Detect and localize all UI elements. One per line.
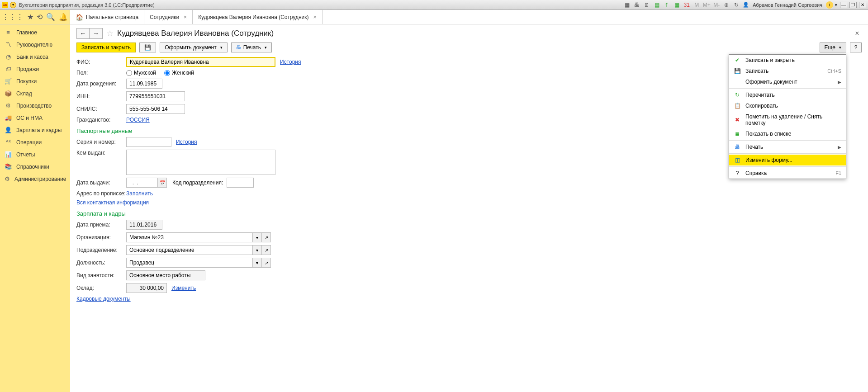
minimize-button[interactable]: — (840, 2, 847, 8)
favorite-icon[interactable]: ★ (27, 13, 33, 21)
calendar-icon[interactable]: ▦ (673, 1, 680, 9)
date-icon[interactable]: 31 (683, 1, 690, 9)
sidebar-label: Операции (16, 139, 42, 146)
select-button[interactable]: ▾ (253, 258, 262, 268)
position-input[interactable] (126, 258, 253, 268)
inn-input[interactable] (126, 91, 185, 101)
doc-icon[interactable]: 🗎 (643, 1, 650, 9)
menu-create-document[interactable]: Оформить документ▶ (729, 76, 846, 87)
all-contacts-link[interactable]: Вся контактная информация (76, 199, 149, 206)
search-icon[interactable]: 🔍 (46, 13, 55, 21)
gender-male-radio[interactable]: Мужской (126, 70, 156, 76)
close-icon[interactable]: × (184, 14, 187, 20)
menu-mark-delete[interactable]: ✖Пометить на удаление / Снять пометку (729, 111, 846, 128)
sidebar-item-dictionaries[interactable]: 📚Справочники (0, 161, 70, 173)
passport-history-link[interactable]: История (176, 139, 197, 145)
sidebar-item-purchases[interactable]: 🛒Покупки (0, 75, 70, 87)
menu-save-and-close[interactable]: ✔Записать и закрыть (729, 55, 846, 66)
app-menu-button[interactable]: ▾ (10, 2, 16, 8)
menu-icon: ≡ (5, 29, 12, 36)
menu-print[interactable]: 🖶Печать▶ (729, 142, 846, 152)
sidebar-item-admin[interactable]: ⚙Администрирование (0, 173, 70, 185)
fio-input[interactable] (126, 57, 275, 67)
nav-back-button[interactable]: ← (77, 28, 90, 38)
sidebar-item-operations[interactable]: ᴬᴷОперации (0, 136, 70, 148)
print-button[interactable]: 🖶Печать▾ (231, 43, 272, 52)
close-icon[interactable]: × (313, 14, 317, 20)
favorite-star-icon[interactable]: ☆ (106, 28, 114, 38)
sidebar-item-reports[interactable]: 📊Отчеты (0, 148, 70, 161)
print-icon[interactable]: 🖶 (633, 1, 640, 9)
subdiv-code-input[interactable] (227, 178, 254, 188)
menu-reread[interactable]: ↻Перечитать (729, 90, 846, 100)
grid-icon[interactable]: ▦ (623, 1, 631, 9)
notifications-icon[interactable]: 🔔 (59, 13, 68, 21)
sidebar-item-sales[interactable]: 🏷Продажи (0, 63, 70, 75)
open-button[interactable]: ↗ (262, 232, 271, 242)
hr-docs-link[interactable]: Кадровые документы (76, 296, 131, 302)
fill-address-link[interactable]: Заполнить (126, 190, 153, 197)
issued-by-textarea[interactable] (126, 150, 275, 175)
zoom-icon[interactable]: ⊕ (723, 1, 730, 9)
issue-date-input[interactable] (126, 178, 158, 188)
menu-help[interactable]: ?СправкаF1 (729, 168, 846, 179)
upload-icon[interactable]: ⤒ (663, 1, 670, 9)
person-icon: 👤 (5, 127, 12, 133)
select-button[interactable]: ▾ (253, 245, 262, 255)
calc-icon[interactable]: ▤ (653, 1, 660, 9)
snils-input[interactable] (126, 104, 185, 114)
history-icon[interactable]: ⟲ (37, 13, 43, 21)
copy-icon: 📋 (734, 103, 741, 109)
menu-save[interactable]: 💾ЗаписатьCtrl+S (729, 66, 846, 76)
sidebar-label: Склад (16, 90, 32, 97)
current-user[interactable]: Абрамов Геннадий Сергеевич (753, 2, 822, 8)
m-minus-icon[interactable]: M- (713, 1, 720, 9)
citizenship-link[interactable]: РОССИЯ (126, 117, 150, 123)
dept-input[interactable] (126, 245, 253, 255)
floppy-icon: 💾 (734, 68, 741, 74)
menu-change-form[interactable]: ◫Изменить форму... (729, 155, 846, 165)
select-button[interactable]: ▾ (253, 232, 262, 242)
close-button[interactable]: ✕ (859, 2, 866, 8)
dob-input[interactable] (126, 79, 162, 89)
info-icon[interactable]: i (826, 1, 833, 9)
sidebar-label: Продажи (16, 66, 39, 72)
menu-show-in-list[interactable]: ≣Показать в списке (729, 128, 846, 139)
passport-series-input[interactable] (126, 137, 171, 147)
more-button[interactable]: Еще▾ (820, 43, 846, 52)
calendar-button[interactable]: 📅 (158, 178, 167, 188)
save-button[interactable]: 💾 (139, 43, 156, 52)
sidebar-item-main[interactable]: ≡Главное (0, 26, 70, 38)
salary-input (126, 283, 167, 293)
sidebar-item-hr[interactable]: 👤Зарплата и кадры (0, 124, 70, 136)
gender-female-radio[interactable]: Женский (164, 70, 194, 76)
tab-home[interactable]: 🏠 Начальная страница (70, 10, 144, 24)
sidebar-item-bank[interactable]: ◔Банк и касса (0, 51, 70, 63)
maximize-button[interactable]: ❐ (849, 2, 857, 8)
create-document-button[interactable]: Оформить документ▾ (160, 43, 228, 52)
menu-copy[interactable]: 📋Скопировать (729, 100, 846, 111)
app-logo: 1c (2, 2, 8, 8)
help-button[interactable]: ? (850, 43, 862, 52)
sidebar-item-production[interactable]: ⚙Производство (0, 99, 70, 112)
dropdown-icon[interactable]: ▾ (835, 3, 837, 7)
close-page-button[interactable]: × (853, 29, 862, 38)
nav-forward-button[interactable]: → (90, 28, 102, 38)
history-link[interactable]: История (280, 59, 301, 65)
open-button[interactable]: ↗ (262, 245, 271, 255)
m-plus-icon[interactable]: M+ (703, 1, 710, 9)
open-button[interactable]: ↗ (262, 258, 271, 268)
sidebar-item-assets[interactable]: 🚚ОС и НМА (0, 112, 70, 124)
sidebar-item-manager[interactable]: 〽Руководителю (0, 38, 70, 51)
change-salary-link[interactable]: Изменить (171, 285, 196, 291)
save-and-close-button[interactable]: Записать и закрыть (76, 43, 136, 52)
apps-icon[interactable]: ⋮⋮⋮ (2, 13, 24, 21)
tab-employees[interactable]: Сотрудники × (144, 10, 193, 24)
floppy-icon: 💾 (144, 44, 151, 51)
tab-employee-card[interactable]: Кудрявцева Валерия Ивановна (Сотрудник) … (193, 10, 322, 24)
sidebar-item-warehouse[interactable]: 📦Склад (0, 87, 70, 99)
m-icon[interactable]: M (693, 1, 700, 9)
window-controls: — ❐ ✕ (839, 2, 866, 8)
org-input[interactable] (126, 232, 253, 242)
refresh-icon[interactable]: ↻ (733, 1, 740, 9)
